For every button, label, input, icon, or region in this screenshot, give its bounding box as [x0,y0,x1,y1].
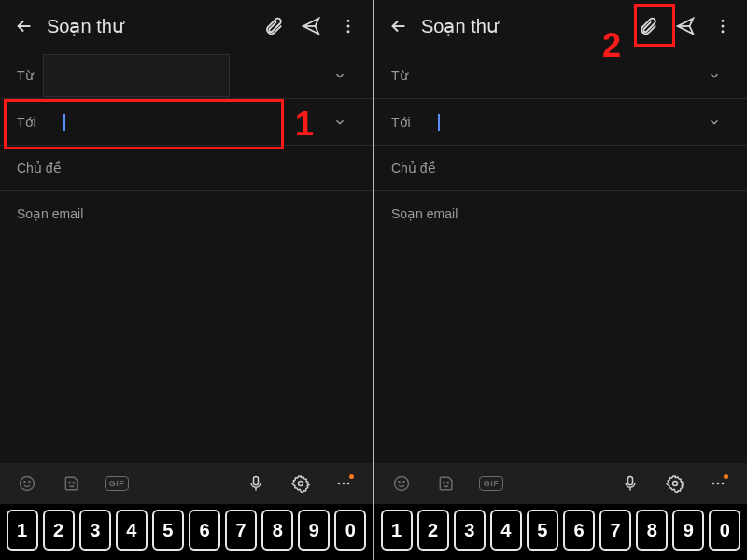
key-9[interactable]: 9 [672,510,704,551]
gif-icon: GIF [479,476,504,491]
key-0[interactable]: 0 [334,510,366,551]
svg-point-13 [722,20,725,22]
text-cursor [63,114,65,131]
chevron-down-icon [708,116,721,129]
from-row[interactable]: Từ [374,52,747,99]
svg-point-16 [395,477,409,491]
body-input[interactable]: Soạn email [0,191,373,463]
mic-button[interactable] [614,468,646,499]
more-keyboard-button[interactable] [330,468,361,499]
svg-point-7 [73,483,74,483]
svg-point-20 [447,483,448,483]
svg-point-10 [337,483,340,485]
svg-point-12 [346,483,349,485]
key-6[interactable]: 6 [189,510,220,551]
emoji-icon [392,474,411,493]
from-row[interactable]: Từ [0,52,373,99]
sticker-icon [437,474,456,493]
key-3[interactable]: 3 [79,510,111,551]
to-input[interactable] [436,113,708,130]
attach-button[interactable] [629,7,667,45]
more-button[interactable] [704,7,741,45]
header-title: Soạn thư [417,15,629,37]
attach-button[interactable] [255,7,292,45]
from-expand[interactable] [708,69,730,82]
to-label: Tới [17,115,62,130]
to-input[interactable] [62,113,333,130]
mic-button[interactable] [240,468,272,499]
settings-button[interactable] [285,468,317,499]
chevron-down-icon [333,69,346,82]
from-expand[interactable] [333,69,356,82]
to-row[interactable]: Tới [0,99,373,146]
key-1[interactable]: 1 [381,510,413,551]
key-8[interactable]: 8 [261,510,293,551]
key-5[interactable]: 5 [152,510,184,551]
gif-button[interactable]: GIF [475,468,507,499]
more-button[interactable] [330,7,367,45]
key-9[interactable]: 9 [298,510,330,551]
key-4[interactable]: 4 [116,510,148,551]
svg-point-1 [347,25,350,28]
to-expand[interactable] [333,116,356,129]
svg-point-5 [29,482,30,483]
to-expand[interactable] [708,116,730,129]
emoji-button[interactable] [386,468,417,499]
key-2[interactable]: 2 [417,510,449,551]
to-row[interactable]: Tới [374,99,747,146]
attachment-icon [263,16,284,36]
svg-point-25 [721,483,724,485]
svg-point-19 [444,483,444,483]
key-5[interactable]: 5 [527,510,558,551]
body-input[interactable]: Soạn email [374,191,747,463]
key-3[interactable]: 3 [454,510,486,551]
more-vert-icon [339,17,358,35]
back-button[interactable] [380,7,417,45]
from-label: Từ [17,68,62,83]
svg-rect-21 [628,477,633,485]
mic-icon [247,474,265,493]
svg-rect-8 [254,477,259,485]
number-row-keyboard: 1 2 3 4 5 6 7 8 9 0 [374,504,747,560]
subject-input[interactable]: Chủ đề [0,146,373,191]
key-2[interactable]: 2 [43,510,75,551]
more-keyboard-button[interactable] [704,468,736,499]
send-icon [675,16,696,36]
svg-point-11 [342,483,345,485]
to-label: Tới [391,115,436,130]
subject-input[interactable]: Chủ đề [374,146,747,191]
sticker-button[interactable] [430,468,462,499]
header-title: Soạn thư [43,15,255,37]
send-icon [301,16,321,36]
left-screenshot: Soạn thư Từ Tới Chủ đề Soạn email [0,0,373,560]
emoji-button[interactable] [11,468,43,499]
svg-point-3 [21,477,35,491]
back-button[interactable] [6,7,43,45]
key-8[interactable]: 8 [636,510,668,551]
mic-icon [621,474,640,493]
svg-point-14 [722,25,725,28]
keyboard-suggestion-bar: GIF [0,463,373,504]
back-arrow-icon [14,16,35,36]
from-label: Từ [391,68,436,83]
key-4[interactable]: 4 [490,510,522,551]
gif-button[interactable]: GIF [101,468,133,499]
notification-dot [349,474,354,479]
compose-header: Soạn thư [374,0,747,52]
key-1[interactable]: 1 [7,510,38,551]
more-vert-icon [713,17,732,35]
notification-dot [724,474,728,479]
sticker-button[interactable] [56,468,88,499]
svg-point-18 [403,482,404,483]
key-7[interactable]: 7 [225,510,257,551]
gear-icon [291,474,310,493]
svg-point-22 [673,482,678,486]
key-0[interactable]: 0 [709,510,740,551]
right-screenshot: Soạn thư Từ Tới Chủ đề Soạn email [374,0,747,560]
send-button[interactable] [667,7,704,45]
key-6[interactable]: 6 [563,510,595,551]
key-7[interactable]: 7 [599,510,631,551]
settings-button[interactable] [659,468,691,499]
send-button[interactable] [292,7,330,45]
svg-point-9 [299,482,303,486]
